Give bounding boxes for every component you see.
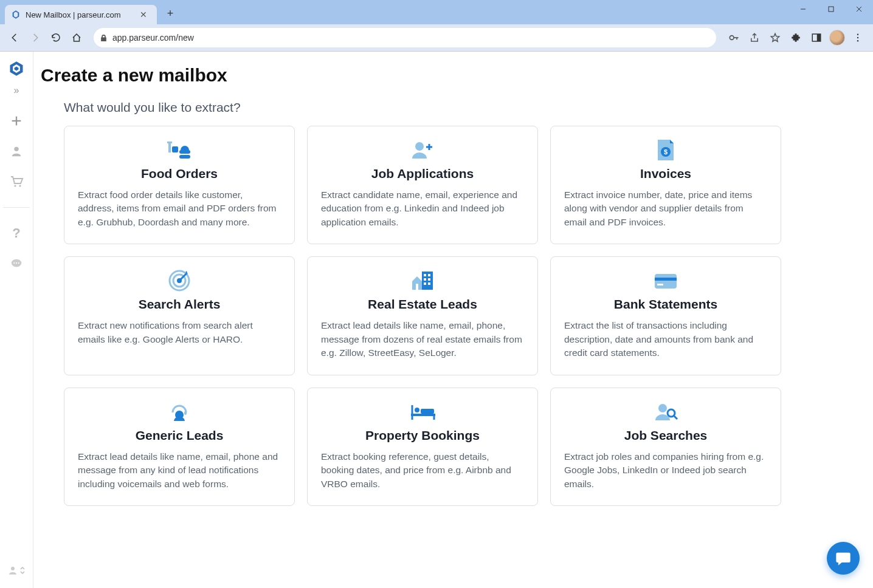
svg-rect-46 [657,284,663,285]
card-generic-leads[interactable]: Generic Leads Extract lead details like … [64,388,295,506]
headset-icon [168,400,191,423]
page-subtitle: What would you like to extract? [64,100,849,115]
close-window-button[interactable] [845,0,873,18]
svg-rect-24 [172,146,178,152]
card-desc: Extract job roles and companies hiring f… [564,450,767,491]
card-desc: Extract the list of transactions includi… [564,319,767,360]
svg-point-11 [857,40,858,41]
svg-point-15 [14,185,16,186]
invoice-icon: $ [655,138,676,162]
svg-point-18 [13,262,15,264]
svg-point-16 [19,185,21,186]
svg-point-14 [14,147,18,151]
card-title: Job Searches [624,428,708,443]
address-bar[interactable]: app.parseur.com/new [94,28,716,47]
svg-rect-41 [424,282,426,285]
card-title: Real Estate Leads [368,297,477,312]
bookmark-star-icon[interactable] [766,29,784,47]
browser-toolbar: app.parseur.com/new [0,24,873,51]
reload-button[interactable] [47,29,64,46]
svg-rect-22 [168,143,171,152]
browser-titlebar: New Mailbox | parseur.com ✕ + [0,0,873,24]
card-desc: Extract invoice number, date, price and … [564,188,767,229]
card-job-applications[interactable]: Job Applications Extract candidate name,… [307,126,538,244]
app-sidebar: » ? [0,52,33,588]
svg-rect-8 [817,34,821,41]
svg-point-10 [857,37,858,38]
parseur-favicon-icon [11,10,21,19]
card-bank-statements[interactable]: Bank Statements Extract the list of tran… [550,256,781,375]
bank-card-icon [652,269,679,292]
support-chat-button[interactable] [827,542,860,575]
bed-icon [409,400,436,423]
close-tab-icon[interactable]: ✕ [137,10,150,19]
svg-rect-52 [411,414,435,416]
card-search-alerts[interactable]: Search Alerts Extract new notifications … [64,256,295,375]
user-plus-icon [410,138,435,162]
svg-rect-48 [184,411,187,415]
card-title: Job Applications [371,166,474,181]
new-tab-button[interactable]: + [163,6,178,21]
card-title: Property Bookings [365,428,480,443]
svg-rect-42 [428,282,430,285]
card-invoices[interactable]: $ Invoices Extract invoice number, date,… [550,126,781,244]
maximize-button[interactable] [817,0,845,18]
main-content: Create a new mailbox What would you like… [33,52,873,588]
lock-icon [100,34,108,42]
svg-point-54 [658,404,667,412]
svg-line-56 [674,415,677,419]
svg-point-21 [11,567,15,570]
sidebar-add-button[interactable] [8,112,25,129]
card-job-searches[interactable]: Job Searches Extract job roles and compa… [550,388,781,506]
card-title: Search Alerts [139,297,221,312]
svg-rect-36 [422,272,433,290]
browser-tab-title: New Mailbox | parseur.com [26,10,133,19]
sidebar-chevrons-icon[interactable]: » [8,82,25,99]
svg-rect-43 [416,284,418,290]
app-logo-icon[interactable] [8,60,25,77]
card-desc: Extract candidate name, email, experienc… [321,188,524,229]
sidebar-account-icon[interactable] [8,143,25,160]
card-title: Invoices [640,166,691,181]
minimize-button[interactable] [789,0,817,18]
svg-rect-45 [655,278,677,281]
svg-text:$: $ [664,148,668,156]
window-controls [789,0,873,18]
card-desc: Extract new notifications from search al… [78,319,281,346]
card-title: Bank Statements [614,297,717,312]
extensions-icon[interactable] [787,29,805,47]
sidepanel-icon[interactable] [807,29,826,47]
svg-point-27 [415,142,424,151]
sidebar-user-switch[interactable] [7,565,26,576]
profile-avatar[interactable] [828,29,846,47]
password-key-icon[interactable] [725,29,743,47]
card-food-orders[interactable]: Food Orders Extract food order details l… [64,126,295,244]
card-title: Food Orders [141,166,218,181]
svg-point-19 [16,262,17,264]
card-real-estate-leads[interactable]: Real Estate Leads Extract lead details l… [307,256,538,375]
svg-rect-51 [421,409,434,414]
card-desc: Extract food order details like customer… [78,188,281,229]
card-desc: Extract lead details like name, email, p… [321,319,524,360]
card-title: Generic Leads [136,428,224,443]
svg-rect-1 [829,7,833,12]
sidebar-help-icon[interactable]: ? [8,225,25,242]
svg-rect-39 [424,278,426,281]
svg-point-9 [857,34,858,35]
share-icon[interactable] [745,29,764,47]
user-search-icon [653,400,678,423]
svg-rect-44 [655,274,677,289]
food-icon [166,138,193,162]
svg-rect-25 [179,150,190,154]
sidebar-chat-icon[interactable] [8,255,25,272]
sidebar-cart-icon[interactable] [8,173,25,190]
building-icon [410,269,435,292]
back-button[interactable] [6,29,23,46]
kebab-menu-icon[interactable] [849,29,867,47]
target-icon [167,269,192,292]
home-button[interactable] [68,29,85,46]
card-property-bookings[interactable]: Property Bookings Extract booking refere… [307,388,538,506]
forward-button[interactable] [27,29,44,46]
svg-rect-40 [428,278,430,281]
browser-tab[interactable]: New Mailbox | parseur.com ✕ [5,5,157,24]
